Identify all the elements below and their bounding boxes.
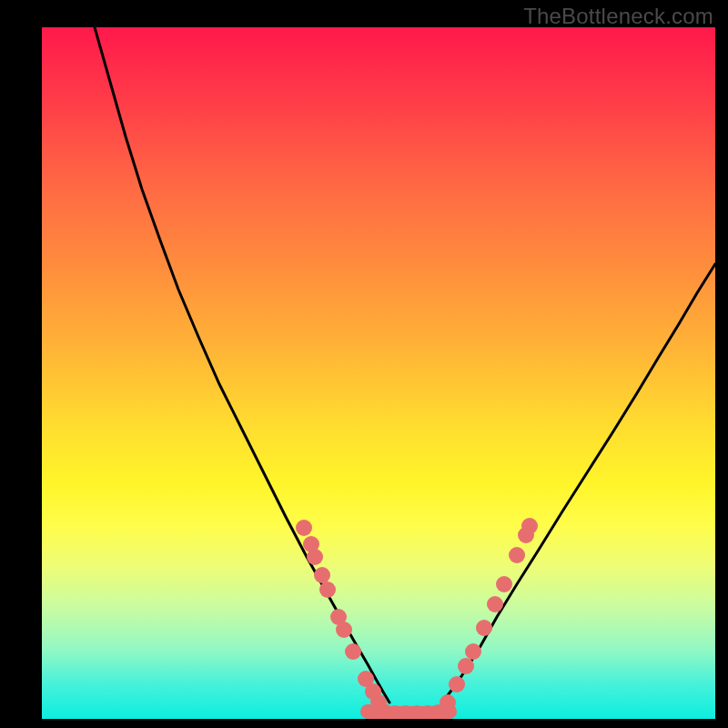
marker-dot <box>307 549 323 565</box>
chart-frame: TheBottleneck.com <box>0 0 728 728</box>
marker-dot <box>296 520 312 536</box>
marker-dot <box>509 547 525 563</box>
marker-dot <box>496 576 512 592</box>
marker-dot <box>440 694 456 711</box>
marker-dot <box>449 676 465 693</box>
marker-dots <box>296 518 538 719</box>
marker-dot <box>487 596 503 612</box>
marker-dot <box>314 567 330 583</box>
marker-dot <box>465 643 481 660</box>
watermark-text: TheBottleneck.com <box>523 4 713 29</box>
marker-dot <box>319 581 336 598</box>
marker-dot <box>458 658 474 674</box>
curve-left <box>95 27 389 703</box>
curve-right <box>442 264 715 703</box>
marker-dot <box>345 643 361 660</box>
marker-dot <box>476 620 492 636</box>
plot-area <box>42 27 715 719</box>
marker-dot <box>336 622 352 638</box>
chart-svg <box>42 27 715 719</box>
marker-dot <box>521 518 538 534</box>
